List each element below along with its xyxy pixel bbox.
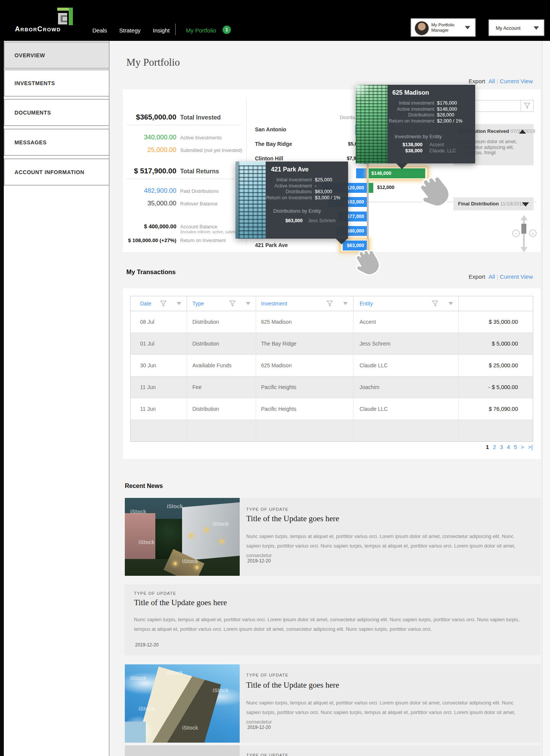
- submitted-label: Submitted (not yet Invested): [180, 147, 242, 153]
- sidebar-item-messages[interactable]: MESSAGES: [4, 129, 110, 156]
- filter-funnel-icon[interactable]: [326, 300, 333, 307]
- cell-type: Fee: [187, 376, 256, 398]
- page-current[interactable]: 1: [486, 444, 489, 450]
- cell-investment: Pacific Heights: [256, 398, 353, 420]
- account-balance-label: Account Balance: [180, 224, 218, 229]
- cell-investment: Pacific Heights: [256, 376, 353, 398]
- cell-date: 08 Jul: [131, 311, 187, 333]
- cell-type: [187, 420, 256, 441]
- tooltip-row-value: $176,000: [437, 100, 457, 106]
- news-title: Title of the Update goes here: [246, 680, 339, 690]
- export-all-link[interactable]: All: [489, 273, 495, 280]
- my-account-dropdown[interactable]: My Account: [489, 19, 544, 36]
- news-item[interactable]: TYPE OF UPDATETitle of the Update goes h…: [125, 584, 540, 655]
- news-item[interactable]: iStockiStockiStockiStockiStockTYPE OF UP…: [125, 664, 540, 743]
- chevron-down-icon: [465, 26, 470, 29]
- chart-bar-active-investment[interactable]: $148,000: [369, 168, 425, 178]
- zoom-out-button[interactable]: −: [512, 229, 520, 237]
- sidebar-item-label: MESSAGES: [15, 139, 47, 145]
- zoom-in-button[interactable]: +: [529, 229, 537, 237]
- filter-funnel-icon[interactable]: [160, 300, 167, 307]
- transactions-table: DateTypeInvestmentEntity08 JulDistributi…: [130, 296, 533, 442]
- table-row[interactable]: 30 JunAvailiable Funds625 MadisonClaude …: [131, 355, 533, 376]
- notification-badge: 1: [223, 26, 231, 34]
- istock-watermark: iStock: [139, 539, 155, 545]
- portfolio-page: ARBORCROWD DealsStrategyInsight My Portf…: [0, 0, 550, 756]
- sort-caret-icon[interactable]: [246, 302, 250, 305]
- paid-distributions-label: Paid Distributions: [180, 188, 219, 194]
- news-body: Nunc sapien turpis, tempus at aliquet et…: [134, 615, 528, 634]
- tooltip-entity-name: Accent: [429, 142, 444, 147]
- nav-item-strategy[interactable]: Strategy: [119, 27, 140, 34]
- table-row[interactable]: 08 JulDistribution625 MadisonAccent$ 35,…: [131, 311, 533, 333]
- total-invested-label: Total Invested: [180, 114, 221, 121]
- zoom-slider-handle[interactable]: [521, 224, 526, 234]
- page-next[interactable]: >: [521, 444, 524, 450]
- brand-wordmark[interactable]: ARBORCROWD: [15, 25, 61, 33]
- news-item[interactable]: TYPE OF UPDATE: [125, 745, 540, 756]
- total-returns-label: Total Returns: [180, 168, 219, 175]
- brand-letter: A: [15, 25, 21, 33]
- sort-caret-icon[interactable]: [343, 302, 348, 305]
- cell-amount: - $ 5,000.00: [459, 376, 533, 398]
- tooltip-row-label: Return on Investment: [358, 118, 434, 124]
- column-header-date[interactable]: Date: [131, 296, 187, 311]
- sidebar-item-investments[interactable]: INVESTMENTS: [4, 69, 110, 97]
- nav-links: DealsStrategyInsight: [92, 27, 169, 34]
- page-4[interactable]: 4: [507, 444, 510, 450]
- cell-entity: Joachim: [353, 376, 459, 398]
- table-row[interactable]: 11 JunDistributionPacific HeightsClaude …: [131, 398, 533, 420]
- nav-divider: [175, 24, 176, 35]
- column-header-investment[interactable]: Investment: [256, 296, 353, 311]
- page-3[interactable]: 3: [500, 444, 503, 450]
- filter-funnel-icon[interactable]: [229, 300, 236, 307]
- tooltip-row-value: $63,000: [315, 189, 332, 194]
- column-header-entity[interactable]: Entity: [353, 296, 459, 311]
- news-kicker: TYPE OF UPDATE: [134, 591, 176, 596]
- filter-funnel-icon[interactable]: [432, 300, 439, 307]
- news-date: 2019-12-20: [247, 558, 271, 564]
- tooltip-entity-amount: $138,000: [377, 142, 423, 147]
- cell-amount: $ 76,090.00: [459, 398, 533, 420]
- table-row[interactable]: 01 JulDistributionThe Bay RidgeJess Schr…: [131, 333, 533, 355]
- nav-item-deals[interactable]: Deals: [92, 27, 107, 34]
- scrollbar-track[interactable]: [542, 41, 550, 756]
- export-label: Export: [469, 273, 485, 280]
- export-all-link[interactable]: All: [489, 78, 495, 84]
- export-current-view-link[interactable]: Current View: [500, 78, 533, 84]
- portfolio-manager-dropdown[interactable]: My Portfolio Manager: [411, 18, 476, 37]
- page-last[interactable]: >|: [528, 444, 533, 450]
- chart-bar-distributions[interactable]: [356, 168, 367, 178]
- tooltip-row-value: $25,000: [315, 177, 332, 183]
- column-header-type[interactable]: Type: [187, 296, 256, 311]
- sidebar-item-label: OVERVIEW: [15, 52, 45, 58]
- sort-caret-icon[interactable]: [177, 302, 181, 305]
- cell-amount: $ 5,000.00: [459, 333, 533, 354]
- filter-funnel-icon[interactable]: [524, 102, 531, 109]
- tooltip-entity-name: Jess Schrem: [308, 218, 335, 223]
- news-title: Title of the Update goes here: [246, 514, 339, 523]
- chart-bar-active-investment[interactable]: [369, 183, 373, 193]
- tooltip-entity-amount: $63,000: [257, 218, 303, 223]
- sidebar-item-documents[interactable]: DOCUMENTS: [4, 99, 110, 126]
- collapse-up-icon[interactable]: [519, 129, 526, 134]
- news-item[interactable]: iStockiStockiStockiStockiStockTYPE OF UP…: [125, 498, 540, 576]
- sidebar-item-overview[interactable]: OVERVIEW: [4, 42, 110, 69]
- roi-label: Return on Investment: [180, 238, 226, 243]
- table-row[interactable]: 11 JunFeePacific HeightsJoachim- $ 5,000…: [131, 376, 533, 398]
- tooltip-row-label: Return on Investment: [235, 195, 312, 200]
- nav-item-my-portfolio[interactable]: My Portfolio: [186, 27, 216, 34]
- page-5[interactable]: 5: [514, 444, 517, 450]
- tooltip-pointer: [396, 163, 408, 169]
- tooltip-entity-amount: $38,000: [377, 148, 423, 153]
- tooltip-row-label: Initial investment: [235, 177, 312, 183]
- sidebar-item-label: DOCUMENTS: [15, 110, 51, 116]
- brand-logo-icon[interactable]: [57, 8, 74, 25]
- sidebar-item-account-information[interactable]: ACCOUNT INFORMATION: [4, 158, 110, 186]
- annotation-final-distribution[interactable]: Final Distribution 11/19/2018: [453, 197, 534, 210]
- export-current-view-link[interactable]: Current View: [500, 273, 533, 280]
- nav-item-insight[interactable]: Insight: [153, 27, 169, 34]
- sort-caret-icon[interactable]: [448, 302, 453, 305]
- page-2[interactable]: 2: [493, 444, 496, 450]
- collapse-down-icon[interactable]: [522, 202, 529, 207]
